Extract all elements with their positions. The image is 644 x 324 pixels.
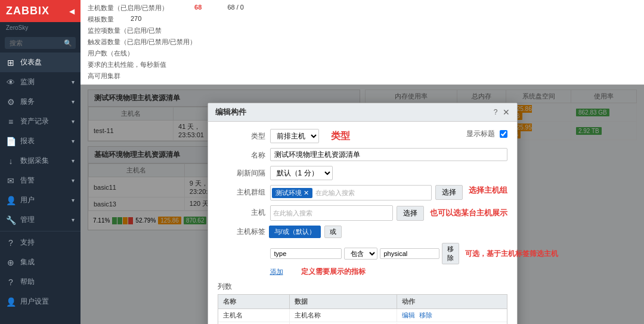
sidebar-item-admin[interactable]: 🔧 管理 ▾	[0, 210, 80, 230]
sidebar-item-support[interactable]: ? 支持	[0, 233, 80, 252]
annotation-type: 类型	[331, 130, 350, 143]
refresh-row: 刷新间隔 默认（1 分）	[218, 166, 507, 180]
modal-title: 编辑构件	[215, 107, 246, 118]
columns-label: 列数	[218, 282, 232, 292]
alerts-icon: ✉	[6, 176, 16, 186]
type-row: 类型 前排主机 类型 显示标题	[218, 129, 507, 143]
host-tag-row: 主机标签 与/或（默认） 或	[218, 226, 507, 238]
sidebar-item-help[interactable]: ? 帮助	[0, 272, 80, 292]
sidebar-item-user-settings[interactable]: 👤 用户设置	[0, 292, 80, 311]
dashboard-icon: ⊞	[6, 58, 16, 67]
sidebar-item-users[interactable]: 👤 用户 ▾	[0, 190, 80, 210]
host-group-tag-input[interactable]: 测试环境 ✕ 在此输入搜索	[270, 185, 432, 200]
add-filter-link[interactable]: 添加	[270, 267, 283, 276]
host-row: 主机 在此输入搜索 选择 也可以选某台主机展示	[218, 205, 507, 221]
chevron-down-icon: ▾	[72, 79, 75, 85]
sidebar-item-label: 告警	[20, 175, 35, 186]
sidebar-item-data-collect[interactable]: ↓ 数据采集 ▾	[0, 151, 80, 171]
tag-and-btn[interactable]: 与/或（默认）	[269, 226, 321, 238]
users-icon: 👤	[6, 196, 16, 205]
host-select-btn[interactable]: 选择	[397, 206, 424, 221]
host-tag-input[interactable]: 在此输入搜索	[270, 205, 393, 221]
filter-type-input[interactable]	[270, 248, 342, 259]
sidebar-item-services[interactable]: ⚙ 服务 ▾	[0, 92, 80, 112]
host-req-label: 要求的主机性能，每秒新值	[88, 60, 166, 69]
modal-close-icon[interactable]: ✕	[503, 107, 510, 117]
sidebar-item-label: 服务	[20, 97, 35, 107]
content-area: 测试环境物理主机资源清单 主机名 运行时间 登陆用	[80, 85, 644, 324]
edit-link-0[interactable]: 编辑	[402, 311, 415, 319]
sidebar-item-dashboard[interactable]: ⊞ 仪表盘	[0, 53, 80, 72]
modal-header: 编辑构件 ? ✕	[208, 103, 517, 122]
logo-text: ZABBIX	[6, 5, 49, 17]
chevron-down-icon: ▾	[72, 177, 75, 184]
host-group-select-btn[interactable]: 选择	[435, 185, 463, 200]
sidebar-item-label: 仪表盘	[20, 57, 42, 67]
refresh-label: 刷新间隔	[218, 166, 265, 178]
host-group-tag: 测试环境 ✕	[272, 188, 312, 198]
tag-remove-icon[interactable]: ✕	[304, 189, 309, 197]
sidebar-item-label: 帮助	[20, 277, 35, 287]
type-select[interactable]: 前排主机	[270, 129, 319, 143]
filter-value-input[interactable]	[380, 248, 439, 259]
chevron-down-icon: ▾	[72, 138, 75, 144]
trigger-count-label: 触发器数量（已启用/已禁用/已禁用）	[88, 38, 196, 47]
sidebar-item-label: 管理	[20, 215, 35, 225]
sidebar-item-label: 数据采集	[20, 156, 49, 166]
template-count-value: 270	[131, 15, 141, 24]
refresh-select[interactable]: 默认（1 分）	[270, 166, 333, 180]
name-row: 名称	[218, 148, 507, 161]
filter-op-select[interactable]: 包含	[344, 248, 377, 260]
chevron-down-icon: ▾	[72, 217, 75, 223]
app-container: ZABBIX ◀ ZeroSky 🔍 ⊞ 仪表盘 👁 监测 ▾ ⚙ 服务	[0, 0, 644, 324]
main-content: 主机数量（已启用/已禁用） 68 68 / 0 模板数量 270 监控项数量（已…	[80, 0, 644, 324]
remove-link-0[interactable]: 移除	[419, 311, 432, 319]
col-cell-name-0: 主机名	[218, 309, 290, 322]
filter-move-btn[interactable]: 移除	[442, 243, 459, 264]
admin-icon: 🔧	[6, 215, 16, 225]
sidebar-collapse-icon[interactable]: ◀	[69, 7, 75, 16]
chevron-down-icon: ▾	[72, 98, 75, 105]
modal-help-icon[interactable]: ?	[494, 108, 498, 116]
columns-section: 列数 名称 数据 动作 主机名	[218, 282, 507, 324]
sidebar-item-monitoring[interactable]: 👁 监测 ▾	[0, 72, 80, 92]
sidebar-item-label: 用户设置	[20, 297, 49, 307]
edit-widget-modal: 编辑构件 ? ✕ 类型 前排主机	[208, 103, 518, 324]
host-tag-label: 主机标签	[218, 227, 265, 237]
sidebar: ZABBIX ◀ ZeroSky 🔍 ⊞ 仪表盘 👁 监测 ▾ ⚙ 服务	[0, 0, 80, 324]
monitor-count-label: 监控项数量（已启用/已禁	[88, 26, 162, 35]
sidebar-item-integration[interactable]: ⊕ 集成	[0, 252, 80, 272]
search-icon: 🔍	[64, 39, 72, 47]
monitoring-icon: 👁	[6, 78, 16, 87]
sidebar-item-assets[interactable]: ≡ 资产记录 ▾	[0, 112, 80, 131]
sidebar-item-label: 支持	[20, 237, 35, 248]
host-group-label: 主机群组	[218, 185, 265, 198]
chevron-down-icon: ▾	[72, 197, 75, 203]
host-placeholder: 在此输入搜索	[272, 208, 314, 219]
filter-row: 包含 移除 可选，基于主机标签筛选主机	[270, 243, 507, 264]
show-label-checkbox[interactable]	[500, 130, 507, 138]
annotation-filter: 可选，基于主机标签筛选主机	[465, 249, 558, 259]
modal-controls: ? ✕	[494, 107, 510, 117]
chevron-down-icon: ▾	[72, 118, 75, 125]
sidebar-item-alerts[interactable]: ✉ 告警 ▾	[0, 171, 80, 190]
chevron-down-icon: ▾	[72, 158, 75, 164]
sidebar-logo: ZABBIX ◀	[0, 0, 80, 22]
sidebar-item-label: 监测	[20, 77, 35, 87]
col-header-name: 名称	[218, 295, 290, 308]
services-icon: ⚙	[6, 97, 16, 107]
columns-header: 名称 数据 动作	[218, 294, 507, 309]
modal-body: 类型 前排主机 类型 显示标题	[208, 122, 517, 324]
sidebar-item-reports[interactable]: 📄 报表 ▾	[0, 131, 80, 151]
reports-icon: 📄	[6, 137, 16, 146]
modal-overlay: 编辑构件 ? ✕ 类型 前排主机	[80, 85, 644, 324]
name-label: 名称	[218, 148, 265, 161]
host-count-detail: 68 / 0	[227, 4, 244, 13]
name-input[interactable]	[270, 148, 507, 161]
sidebar-search-container: 🔍	[5, 37, 76, 49]
columns-body: 主机名 主机名称 编辑 移除 运行时间 System uptime	[218, 309, 507, 324]
tag-text: 测试环境	[275, 189, 302, 198]
tag-or-btn[interactable]: 或	[324, 226, 342, 238]
annotation-show-host: 也可以选某台主机展示	[430, 208, 507, 218]
host-count-value: 68	[194, 4, 202, 13]
